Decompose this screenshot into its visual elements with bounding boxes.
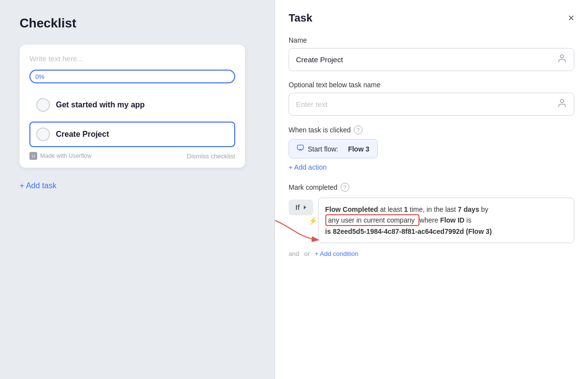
condition-days: 7 days — [458, 205, 479, 213]
name-input-row — [289, 48, 574, 71]
and-label[interactable]: and — [289, 250, 299, 257]
lightning-wrapper: ⚡ — [309, 215, 317, 226]
condition-flow-id: Flow ID — [440, 216, 465, 224]
made-with-label: Made with Userflow — [40, 152, 92, 159]
optional-text-label: Optional text below task name — [289, 81, 574, 89]
made-with: U Made with Userflow — [29, 152, 92, 160]
right-panel-header: Task × — [289, 12, 574, 25]
when-task-clicked-label: When task is clicked ? — [289, 126, 574, 134]
mark-completed-label: Mark completed ? — [289, 183, 574, 192]
left-panel: Checklist Write text here... 0% Get star… — [0, 0, 274, 379]
condition-count: 1 — [404, 205, 408, 213]
person-icon-2 — [557, 98, 567, 110]
dismiss-link[interactable]: Dismiss checklist — [187, 152, 235, 160]
lightning-icon: ⚡ — [309, 216, 317, 224]
condition-footer: and or + Add condition — [289, 250, 574, 257]
task-circle-1 — [36, 98, 50, 112]
name-input[interactable] — [296, 55, 557, 64]
action-label: Start flow: — [308, 145, 338, 153]
condition-where: where — [419, 216, 440, 224]
mark-completed-section: Mark completed ? If Flow Completed at le… — [289, 183, 574, 257]
condition-at-least: at least — [380, 205, 404, 213]
person-icon — [557, 53, 567, 66]
add-action-link[interactable]: + Add action — [289, 163, 574, 171]
condition-flow-uuid: is 82eed5d5-1984-4c87-8f81-ac64ced7992d … — [325, 227, 492, 235]
help-icon-1[interactable]: ? — [354, 126, 363, 134]
right-panel-title: Task — [289, 12, 313, 25]
close-button[interactable]: × — [568, 13, 574, 24]
userflow-icon: U — [29, 152, 37, 160]
condition-highlighted: any user in current company — [325, 214, 420, 226]
condition-time-text: time, in the last — [410, 205, 458, 213]
checklist-placeholder: Write text here... — [29, 54, 235, 63]
optional-text-input[interactable] — [296, 100, 557, 108]
checklist-widget: Write text here... 0% Get started with m… — [20, 45, 245, 168]
condition-box: Flow Completed at least 1 time, in the l… — [318, 198, 574, 243]
condition-is: is — [466, 216, 471, 224]
svg-point-1 — [561, 100, 564, 103]
add-task-button[interactable]: + Add task — [20, 181, 56, 190]
svg-point-0 — [561, 55, 564, 58]
if-badge[interactable]: If — [289, 200, 313, 215]
condition-flow-completed: Flow Completed — [325, 205, 378, 213]
task-item-1[interactable]: Get started with my app — [29, 92, 235, 118]
action-bold: Flow 3 — [348, 145, 369, 153]
task-circle-2 — [36, 127, 50, 141]
panel-title: Checklist — [20, 16, 76, 31]
right-panel: Task × Name Optional text below task nam… — [275, 0, 588, 379]
progress-text: 0% — [35, 73, 45, 80]
condition-area: If Flow Completed at least 1 time, in th… — [289, 198, 574, 243]
add-condition-link[interactable]: + Add condition — [315, 250, 358, 257]
condition-by: by — [481, 205, 489, 213]
task-label-2: Create Project — [56, 130, 109, 139]
help-icon-2[interactable]: ? — [341, 183, 349, 192]
name-label: Name — [289, 36, 574, 44]
svg-rect-2 — [297, 145, 303, 150]
flow-icon — [297, 145, 304, 153]
task-item-2[interactable]: Create Project — [29, 122, 235, 147]
progress-bar: 0% — [29, 70, 235, 83]
or-label[interactable]: or — [304, 250, 310, 257]
task-label-1: Get started with my app — [56, 101, 145, 109]
checklist-footer: U Made with Userflow Dismiss checklist — [29, 152, 235, 160]
optional-text-input-row — [289, 93, 574, 116]
action-button[interactable]: Start flow: Flow 3 — [289, 139, 378, 158]
